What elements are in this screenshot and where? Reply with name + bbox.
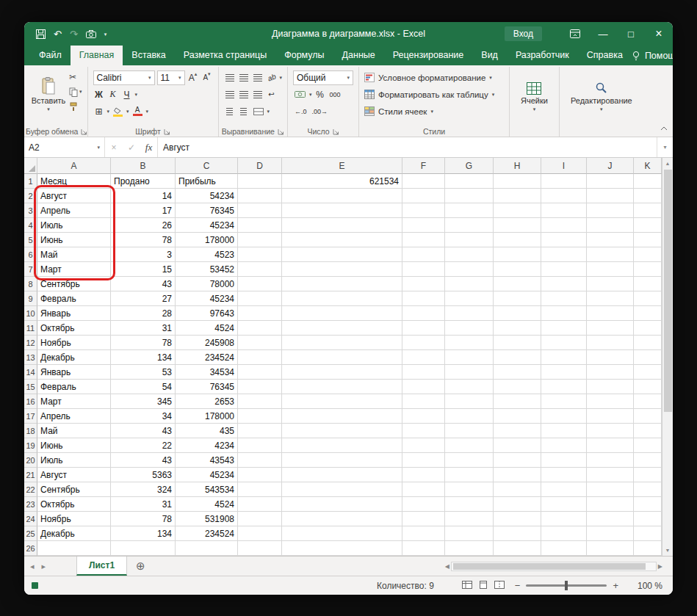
cell-B12[interactable]: 78	[111, 336, 176, 350]
cell-I3[interactable]	[541, 203, 587, 218]
cell-C9[interactable]: 45234	[176, 291, 238, 306]
cell-D18[interactable]	[238, 424, 282, 438]
cell-B18[interactable]: 43	[111, 424, 176, 438]
sheet-tab-list1[interactable]: Лист1	[76, 557, 127, 576]
align-right-button[interactable]	[252, 87, 264, 101]
cell-G26[interactable]	[445, 541, 494, 556]
row-header-1[interactable]: 1	[24, 174, 37, 189]
wrap-text-button[interactable]: ↩	[266, 87, 278, 101]
save-icon[interactable]	[36, 29, 46, 39]
cell-F6[interactable]	[402, 247, 445, 262]
cell-D16[interactable]	[238, 394, 282, 409]
cell-J18[interactable]	[587, 424, 634, 438]
cell-J12[interactable]	[587, 336, 634, 350]
ribbon-tab-Главная[interactable]: Главная	[71, 46, 123, 65]
cell-G11[interactable]	[445, 321, 494, 336]
increase-indent-button[interactable]	[238, 104, 250, 118]
cell-E21[interactable]	[282, 468, 402, 482]
cell-K20[interactable]	[634, 453, 662, 468]
cell-G9[interactable]	[445, 291, 494, 306]
cell-K19[interactable]	[634, 438, 662, 453]
cell-H21[interactable]	[494, 468, 541, 482]
decrease-font-button[interactable]: А▾	[201, 70, 213, 84]
format-as-table-button[interactable]: Форматировать как таблицу ▾	[364, 86, 504, 103]
cell-G15[interactable]	[445, 380, 494, 394]
cell-G21[interactable]	[445, 468, 494, 482]
zoom-slider[interactable]	[526, 584, 607, 587]
cell-A10[interactable]: Январь	[37, 306, 111, 321]
cell-E11[interactable]	[282, 321, 402, 336]
cell-E20[interactable]	[282, 453, 402, 468]
cell-H8[interactable]	[494, 277, 541, 291]
cell-G3[interactable]	[445, 203, 494, 218]
cell-K18[interactable]	[634, 424, 662, 438]
cell-A23[interactable]: Октябрь	[37, 497, 111, 512]
cell-C16[interactable]: 2653	[176, 394, 238, 409]
cell-K12[interactable]	[634, 336, 662, 350]
row-header-10[interactable]: 10	[24, 306, 37, 321]
close-button[interactable]: ×	[645, 22, 673, 46]
cell-K1[interactable]	[634, 174, 662, 189]
cell-I25[interactable]	[541, 526, 587, 541]
cell-I14[interactable]	[541, 365, 587, 380]
cell-A2[interactable]: Август	[37, 189, 111, 203]
ribbon-display-options-icon[interactable]	[561, 22, 589, 46]
cell-E3[interactable]	[282, 203, 402, 218]
cell-K13[interactable]	[634, 350, 662, 365]
cell-A21[interactable]: Август	[37, 468, 111, 482]
cell-K2[interactable]	[634, 189, 662, 203]
select-all-corner[interactable]	[24, 158, 37, 174]
cell-B25[interactable]: 134	[111, 526, 176, 541]
cell-G2[interactable]	[445, 189, 494, 203]
cell-I24[interactable]	[541, 512, 587, 526]
cell-H24[interactable]	[494, 512, 541, 526]
cell-D24[interactable]	[238, 512, 282, 526]
cell-D19[interactable]	[238, 438, 282, 453]
cell-D22[interactable]	[238, 482, 282, 497]
cell-D6[interactable]	[238, 247, 282, 262]
cell-K4[interactable]	[634, 218, 662, 233]
cell-J13[interactable]	[587, 350, 634, 365]
cell-C5[interactable]: 178000	[176, 233, 238, 247]
cell-B10[interactable]: 28	[111, 306, 176, 321]
cell-H6[interactable]	[494, 247, 541, 262]
cell-C8[interactable]: 78000	[176, 277, 238, 291]
cell-D3[interactable]	[238, 203, 282, 218]
cell-B19[interactable]: 22	[111, 438, 176, 453]
cancel-entry-icon[interactable]: ×	[105, 137, 123, 157]
cell-D5[interactable]	[238, 233, 282, 247]
cell-K7[interactable]	[634, 262, 662, 277]
cell-B26[interactable]	[111, 541, 176, 556]
decrease-indent-button[interactable]	[224, 104, 236, 118]
cell-E6[interactable]	[282, 247, 402, 262]
cell-F13[interactable]	[402, 350, 445, 365]
merge-center-button[interactable]	[252, 104, 265, 118]
cell-B15[interactable]: 54	[111, 380, 176, 394]
cell-H13[interactable]	[494, 350, 541, 365]
cell-G13[interactable]	[445, 350, 494, 365]
name-box[interactable]: A2 ▾	[24, 137, 105, 157]
cell-A24[interactable]: Ноябрь	[37, 512, 111, 526]
cell-E5[interactable]	[282, 233, 402, 247]
page-layout-view-icon[interactable]	[478, 581, 488, 591]
cell-B2[interactable]: 14	[111, 189, 176, 203]
cell-E16[interactable]	[282, 394, 402, 409]
cell-E22[interactable]	[282, 482, 402, 497]
cell-A12[interactable]: Ноябрь	[37, 336, 111, 350]
cell-G5[interactable]	[445, 233, 494, 247]
cell-A4[interactable]: Июль	[37, 218, 111, 233]
cell-H17[interactable]	[494, 409, 541, 424]
orientation-button[interactable]: ab	[264, 69, 280, 86]
row-header-12[interactable]: 12	[24, 336, 37, 350]
cell-D9[interactable]	[238, 291, 282, 306]
decrease-decimal-button[interactable]: .00→	[311, 104, 330, 118]
row-header-15[interactable]: 15	[24, 380, 37, 394]
row-header-13[interactable]: 13	[24, 350, 37, 365]
cell-E2[interactable]	[282, 189, 402, 203]
cell-E4[interactable]	[282, 218, 402, 233]
align-center-button[interactable]	[238, 87, 250, 101]
cell-B7[interactable]: 15	[111, 262, 176, 277]
row-header-3[interactable]: 3	[24, 203, 37, 218]
cell-H16[interactable]	[494, 394, 541, 409]
cell-A15[interactable]: Февраль	[37, 380, 111, 394]
